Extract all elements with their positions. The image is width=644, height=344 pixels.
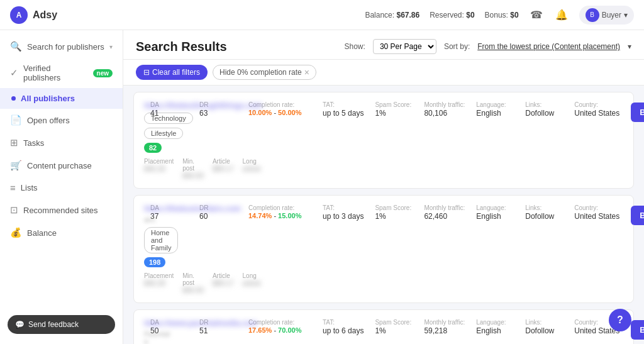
sidebar-item-balance[interactable]: 💰 Balance xyxy=(0,221,123,244)
country-stat: Country: United States xyxy=(574,204,619,221)
page-title: Search Results xyxy=(136,40,227,54)
links-stat: Links: Dofollow xyxy=(525,204,563,221)
sidebar-search-label: Search for publishers xyxy=(27,42,104,52)
filters-bar: ⊟ Clear all filters Hide 0% completion r… xyxy=(123,60,644,86)
bell-icon[interactable]: 🔔 xyxy=(554,8,569,23)
main-header: Search Results Show: 30 Per Page 60 Per … xyxy=(123,30,644,60)
results-list: https://thebesthoughtthings.com Technolo… xyxy=(123,86,644,344)
sort-chevron-icon[interactable]: ▾ xyxy=(628,42,631,51)
avatar: B xyxy=(586,8,599,22)
verified-icon: ✓ xyxy=(10,67,18,79)
sidebar-item-search[interactable]: 🔍 Search for publishers ▾ xyxy=(0,35,123,58)
remove-chip-icon[interactable]: × xyxy=(304,67,309,77)
sidebar-lists-label: Lists xyxy=(21,183,38,192)
buyer-label: Buyer xyxy=(602,11,621,19)
sidebar-tasks-label: Tasks xyxy=(23,138,44,148)
traffic-stat: Monthly traffic: 62,460 xyxy=(424,204,465,221)
tag-count-badge: 82 xyxy=(144,143,162,153)
language-stat: Language: English xyxy=(476,101,514,118)
min-post-price: Min. post $46.50 xyxy=(182,272,204,294)
send-feedback-button[interactable]: 💬 Send feedback xyxy=(8,315,115,334)
traffic-stat: Monthly traffic: 80,106 xyxy=(424,101,465,118)
sidebar-item-tasks[interactable]: ⊞ Tasks xyxy=(0,131,123,154)
tasks-icon: ⊞ xyxy=(10,137,18,148)
spam-stat: Spam Score: 1% xyxy=(375,319,413,335)
country-stat: Country: United States xyxy=(574,101,619,118)
result-actions: Buy Post ••• xyxy=(631,204,644,226)
phone-icon[interactable]: ☎ xyxy=(529,8,544,23)
active-dot xyxy=(11,96,16,101)
search-icon: 🔍 xyxy=(10,41,22,52)
lists-icon: ≡ xyxy=(10,182,16,193)
completion-high: 15.00% xyxy=(278,212,301,219)
feedback-icon: 💬 xyxy=(15,320,25,329)
buy-post-button[interactable]: Buy Post xyxy=(631,320,644,340)
completion-high: 50.00% xyxy=(278,109,301,116)
tat-stat: TAT: up to 5 days xyxy=(323,101,364,118)
logo-icon: A xyxy=(10,6,28,24)
sidebar-item-recommended[interactable]: ⊡ Recommended sites xyxy=(0,199,123,221)
chevron-down-icon: ▾ xyxy=(624,11,628,19)
help-button[interactable]: ? xyxy=(609,309,631,331)
links-stat: Links: Dofollow xyxy=(525,101,563,118)
completion-stat: Completion rate: 14.74% - 15.00% xyxy=(248,204,311,219)
sort-value[interactable]: From the lowest price (Content placement… xyxy=(477,42,620,51)
clear-label: Clear all filters xyxy=(152,68,200,77)
long-price: Long article xyxy=(243,272,261,294)
top-navigation: A Adsy Balance: $67.86 Reserved: $0 Bonu… xyxy=(0,0,644,30)
main-layout: 🔍 Search for publishers ▾ ✓ Verified pub… xyxy=(0,30,644,344)
result-actions: Buy Post ••• xyxy=(631,101,644,123)
topnav-right: Balance: $67.86 Reserved: $0 Bonus: $0 ☎… xyxy=(365,6,634,25)
article-price: Article $89.17 xyxy=(213,272,234,294)
sidebar-item-all-publishers[interactable]: All publishers xyxy=(0,88,123,109)
logo-area: A Adsy xyxy=(10,6,57,24)
spam-stat: Spam Score: 1% xyxy=(375,204,413,221)
sidebar: 🔍 Search for publishers ▾ ✓ Verified pub… xyxy=(0,30,123,344)
completion-low: 14.74% xyxy=(248,212,272,219)
sidebar-item-content[interactable]: 🛒 Content purchase xyxy=(0,154,123,177)
sidebar-balance-label: Balance xyxy=(27,228,57,238)
long-price: Long article xyxy=(243,158,261,179)
completion-filter-chip[interactable]: Hide 0% completion rate × xyxy=(213,65,316,80)
sidebar-item-lists[interactable]: ≡ Lists xyxy=(0,177,123,199)
filter-icon: ⊟ xyxy=(143,68,150,77)
sidebar-all-publishers-label: All publishers xyxy=(21,94,75,103)
clear-filters-button[interactable]: ⊟ Clear all filters xyxy=(136,65,208,80)
sidebar-recommended-label: Recommended sites xyxy=(23,206,98,215)
completion-stat: Completion rate: 17.65% - 70.00% xyxy=(248,319,311,334)
language-stat: Language: English xyxy=(476,204,514,221)
sidebar-verified-label: Verified publishers xyxy=(23,64,86,82)
sort-label: Sort by: xyxy=(444,42,470,51)
sidebar-item-verified[interactable]: ✓ Verified publishers new xyxy=(0,58,123,88)
balance-info: Balance: $67.86 xyxy=(365,11,419,19)
language-stat: Language: English xyxy=(476,319,514,335)
sidebar-item-open-offers[interactable]: 📄 Open offers xyxy=(0,109,123,131)
app-name: Adsy xyxy=(33,9,57,21)
buy-post-button[interactable]: Buy Post xyxy=(631,103,644,122)
tag-count-badge: 198 xyxy=(144,257,165,267)
per-page-select[interactable]: 30 Per Page 60 Per Page xyxy=(373,39,436,54)
table-row: https://www.parentalmedia.com Parental a… xyxy=(133,309,634,344)
tag: Home and Family xyxy=(144,227,178,253)
table-row: https://thebusinetfairs.com airs Home an… xyxy=(133,195,634,303)
result-desc: Parental a xyxy=(144,330,170,344)
buyer-menu[interactable]: B Buyer ▾ xyxy=(579,6,634,25)
new-badge: new xyxy=(93,69,113,77)
traffic-stat: Monthly traffic: 59,218 xyxy=(424,319,465,335)
placement-price: Placement $46.28 xyxy=(144,272,174,294)
chip-label: Hide 0% completion rate xyxy=(219,68,302,77)
sidebar-open-offers-label: Open offers xyxy=(27,116,70,125)
completion-high: 70.00% xyxy=(278,326,301,334)
result-actions: Buy Post ••• xyxy=(631,319,644,340)
show-label: Show: xyxy=(345,42,365,51)
tat-stat: TAT: up to 6 days xyxy=(323,319,364,335)
sidebar-content-label: Content purchase xyxy=(27,161,92,170)
bonus-info: Bonus: $0 xyxy=(485,11,519,19)
header-controls: Show: 30 Per Page 60 Per Page Sort by: F… xyxy=(345,39,631,54)
reserved-info: Reserved: $0 xyxy=(430,11,474,19)
offers-icon: 📄 xyxy=(10,114,22,126)
chevron-icon: ▾ xyxy=(109,43,113,50)
tag: Lifestyle xyxy=(144,128,183,139)
balance-icon: 💰 xyxy=(10,227,22,238)
buy-post-button[interactable]: Buy Post xyxy=(631,206,644,225)
